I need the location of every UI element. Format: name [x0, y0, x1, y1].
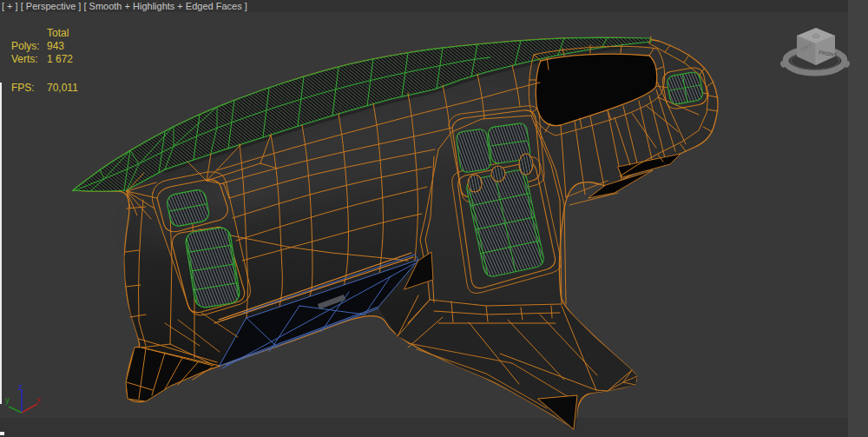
svg-text:x: x	[36, 395, 41, 405]
svg-text:y: y	[5, 395, 10, 405]
svg-text:z: z	[18, 382, 23, 392]
